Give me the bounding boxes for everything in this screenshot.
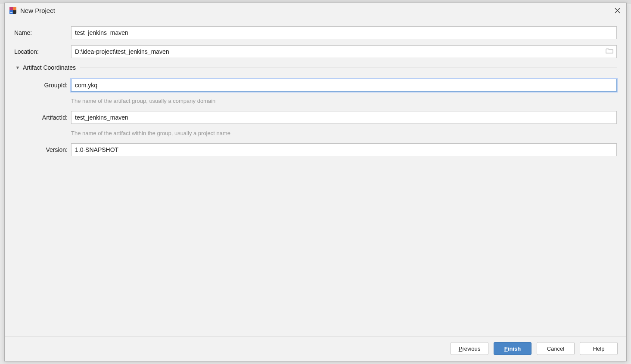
artifactid-hint: The name of the artifact within the grou…: [71, 130, 617, 136]
groupid-label: GroupId:: [14, 82, 71, 89]
dialog-footer: Previous Finish Cancel Help: [5, 336, 626, 361]
dialog-title: New Project: [20, 7, 55, 14]
name-input[interactable]: [71, 26, 617, 39]
svg-rect-4: [10, 12, 12, 13]
groupid-row: GroupId:: [14, 79, 617, 92]
groupid-hint: The name of the artifact group, usually …: [71, 98, 617, 104]
version-label: Version:: [14, 146, 71, 153]
version-row: Version:: [14, 143, 617, 156]
help-button[interactable]: Help: [580, 342, 618, 355]
svg-rect-2: [13, 7, 16, 10]
location-label: Location:: [14, 48, 71, 55]
svg-rect-1: [9, 7, 13, 10]
artifact-coordinates-toggle[interactable]: ▼ Artifact Coordinates: [14, 64, 617, 71]
chevron-down-icon: ▼: [14, 65, 21, 70]
close-icon[interactable]: [612, 6, 622, 15]
name-label: Name:: [14, 29, 71, 36]
groupid-input[interactable]: [71, 79, 617, 92]
previous-button[interactable]: Previous: [451, 342, 488, 355]
location-input[interactable]: [71, 45, 617, 58]
section-body: GroupId: The name of the artifact group,…: [14, 79, 617, 156]
artifactid-input[interactable]: [71, 111, 617, 124]
cancel-button[interactable]: Cancel: [537, 342, 575, 355]
version-input[interactable]: [71, 143, 617, 156]
new-project-dialog: New Project Name: Location:: [4, 3, 627, 361]
divider: [80, 68, 617, 68]
artifactid-row: ArtifactId:: [14, 111, 617, 124]
section-title: Artifact Coordinates: [23, 64, 76, 71]
location-row: Location:: [14, 45, 617, 58]
intellij-icon: [9, 6, 17, 14]
browse-folder-icon[interactable]: [606, 48, 613, 56]
title-bar: New Project: [5, 3, 626, 17]
dialog-content: Name: Location: ▼ Artifact Coordinates: [5, 17, 626, 336]
artifactid-label: ArtifactId:: [14, 114, 71, 121]
artifact-coordinates-section: ▼ Artifact Coordinates GroupId: The name…: [14, 64, 617, 156]
finish-button[interactable]: Finish: [494, 342, 532, 355]
name-row: Name:: [14, 26, 617, 39]
